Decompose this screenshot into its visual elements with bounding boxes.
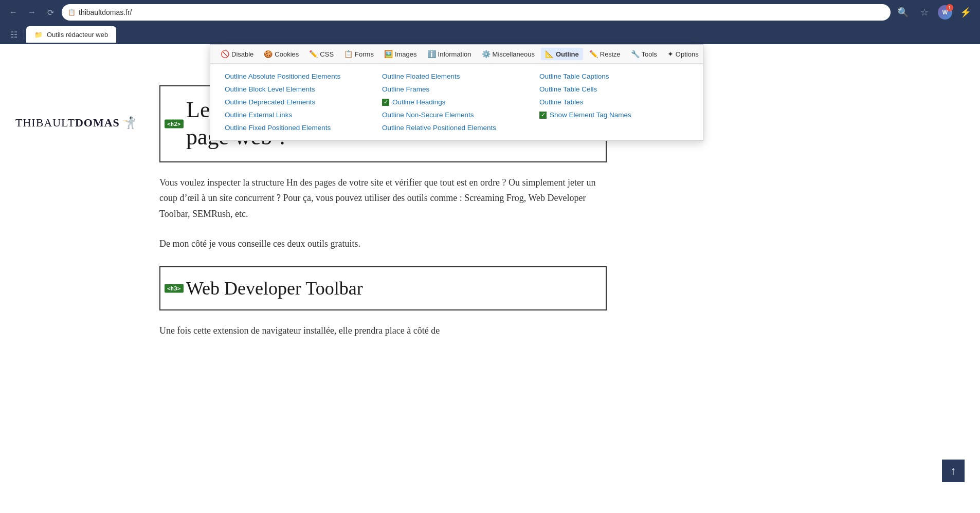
bookmark-button[interactable]: ☆ bbox=[916, 4, 933, 21]
outline-label: Outline bbox=[556, 50, 579, 58]
wdt-top-bar: 🚫 Disable 🍪 Cookies ✏️ CSS 📋 Forms 🖼️ Im… bbox=[210, 45, 703, 64]
wdt-forms[interactable]: 📋 Forms bbox=[340, 48, 378, 60]
images-icon: 🖼️ bbox=[384, 50, 393, 58]
disable-icon: 🚫 bbox=[221, 50, 229, 58]
tag-names-checkbox: ✓ bbox=[539, 112, 547, 119]
logo-fencer-icon: 🤺 bbox=[122, 116, 136, 130]
css-icon: ✏️ bbox=[309, 50, 318, 58]
forms-label: Forms bbox=[355, 50, 374, 58]
wdt-disable[interactable]: 🚫 Disable bbox=[216, 48, 258, 60]
outline-deprecated[interactable]: Outline Deprecated Elements bbox=[221, 96, 378, 108]
browser-chrome: ← → ⟳ 📋 thibaultdomas.fr/ 🔍 ☆ W 1 ⚡ ☷ 📁 … bbox=[0, 0, 980, 44]
outline-external[interactable]: Outline External Links bbox=[221, 108, 378, 121]
options-label: Options bbox=[676, 50, 699, 58]
outline-fixed[interactable]: Outline Fixed Positioned Elements bbox=[221, 121, 378, 134]
outline-relative[interactable]: Outline Relative Positioned Elements bbox=[378, 121, 535, 134]
back-button[interactable]: ← bbox=[6, 5, 21, 20]
outline-absolute[interactable]: Outline Absolute Positioned Elements bbox=[221, 70, 378, 83]
resize-label: Resize bbox=[600, 50, 621, 58]
body-paragraph-3: Une fois cette extension de navigateur i… bbox=[159, 323, 607, 339]
outline-headings[interactable]: ✓ Outline Headings bbox=[378, 96, 535, 108]
h2-tag: <h2> bbox=[165, 119, 184, 128]
site-header: THIBAULTDOMAS 🤺 bbox=[15, 116, 136, 130]
outline-col-2: Outline Floated Elements Outline Frames … bbox=[378, 70, 535, 134]
wdt-resize[interactable]: ✏️ Resize bbox=[585, 48, 625, 60]
disable-label: Disable bbox=[231, 50, 253, 58]
browser-toolbar: ← → ⟳ 📋 thibaultdomas.fr/ 🔍 ☆ W 1 ⚡ bbox=[0, 0, 980, 25]
wdt-outline-content: Outline Absolute Positioned Elements Out… bbox=[210, 64, 703, 140]
search-button[interactable]: 🔍 bbox=[895, 4, 911, 21]
h3-tag: <h3> bbox=[165, 284, 184, 292]
css-label: CSS bbox=[320, 50, 334, 58]
outline-table-cells[interactable]: Outline Table Cells bbox=[535, 83, 693, 96]
forms-icon: 📋 bbox=[344, 50, 353, 58]
cookies-icon: 🍪 bbox=[264, 50, 273, 58]
tab-folder-icon: 📁 bbox=[34, 31, 43, 39]
outline-col-1: Outline Absolute Positioned Elements Out… bbox=[221, 70, 378, 134]
resize-icon: ✏️ bbox=[589, 50, 598, 58]
logo-bold: DOMAS bbox=[75, 116, 120, 129]
outline-floated[interactable]: Outline Floated Elements bbox=[378, 70, 535, 83]
security-icon: 📋 bbox=[68, 9, 76, 16]
wdt-options[interactable]: ✦ Options bbox=[663, 48, 703, 60]
outline-col-3: Outline Table Captions Outline Table Cel… bbox=[535, 70, 693, 134]
outline-block[interactable]: Outline Block Level Elements bbox=[221, 83, 378, 96]
wdt-outline[interactable]: 📐 Outline bbox=[541, 48, 583, 60]
tab-divider bbox=[24, 29, 24, 40]
wdt-tools[interactable]: 🔧 Tools bbox=[627, 48, 661, 60]
ext-badge: 1 bbox=[946, 4, 953, 11]
logo-thin: THIBAULT bbox=[15, 116, 75, 129]
outline-nonsecure[interactable]: Outline Non-Secure Elements bbox=[378, 108, 535, 121]
wdt-images[interactable]: 🖼️ Images bbox=[380, 48, 421, 60]
h3-heading: Web Developer Toolbar bbox=[186, 278, 595, 299]
wdt-cookies[interactable]: 🍪 Cookies bbox=[260, 48, 303, 60]
forward-button[interactable]: → bbox=[25, 5, 39, 20]
tab-label: Outils rédacteur web bbox=[47, 31, 108, 39]
information-label: Information bbox=[438, 50, 471, 58]
outline-tables[interactable]: Outline Tables bbox=[535, 96, 693, 108]
show-tag-names[interactable]: ✓ Show Element Tag Names bbox=[535, 108, 693, 121]
extensions-button[interactable]: ⚡ bbox=[957, 4, 974, 21]
misc-label: Miscellaneous bbox=[493, 50, 535, 58]
outline-table-captions[interactable]: Outline Table Captions bbox=[535, 70, 693, 83]
outline-frames[interactable]: Outline Frames bbox=[378, 83, 535, 96]
reload-button[interactable]: ⟳ bbox=[43, 5, 58, 20]
wdt-css[interactable]: ✏️ CSS bbox=[305, 48, 338, 60]
wdt-menu: 🚫 Disable 🍪 Cookies ✏️ CSS 📋 Forms 🖼️ Im… bbox=[210, 44, 703, 141]
misc-icon: ⚙️ bbox=[482, 50, 491, 58]
images-label: Images bbox=[395, 50, 417, 58]
tools-icon: 🔧 bbox=[631, 50, 640, 58]
url-text: thibaultdomas.fr/ bbox=[79, 8, 132, 16]
tab-bar: ☷ 📁 Outils rédacteur web bbox=[0, 25, 980, 44]
tools-label: Tools bbox=[642, 50, 657, 58]
wdt-miscellaneous[interactable]: ⚙️ Miscellaneous bbox=[478, 48, 539, 60]
outline-icon: 📐 bbox=[545, 50, 554, 58]
body-paragraph-1: Vous voulez inspecter la structure Hn de… bbox=[159, 175, 607, 222]
options-icon: ✦ bbox=[667, 50, 674, 58]
tab-grid-button[interactable]: ☷ bbox=[6, 28, 22, 42]
headings-checkbox: ✓ bbox=[382, 99, 389, 106]
cookies-label: Cookies bbox=[275, 50, 299, 58]
active-tab[interactable]: 📁 Outils rédacteur web bbox=[26, 26, 116, 43]
toolbar-right: 🔍 ☆ W 1 ⚡ bbox=[895, 4, 974, 21]
h3-heading-box: <h3> Web Developer Toolbar bbox=[159, 266, 607, 310]
address-bar[interactable]: 📋 thibaultdomas.fr/ bbox=[62, 4, 891, 21]
information-icon: ℹ️ bbox=[427, 50, 436, 58]
site-logo: THIBAULTDOMAS bbox=[15, 116, 120, 130]
wdt-information[interactable]: ℹ️ Information bbox=[423, 48, 476, 60]
extension-icon[interactable]: W 1 bbox=[938, 5, 952, 20]
body-paragraph-2: De mon côté je vous conseille ces deux o… bbox=[159, 236, 607, 252]
